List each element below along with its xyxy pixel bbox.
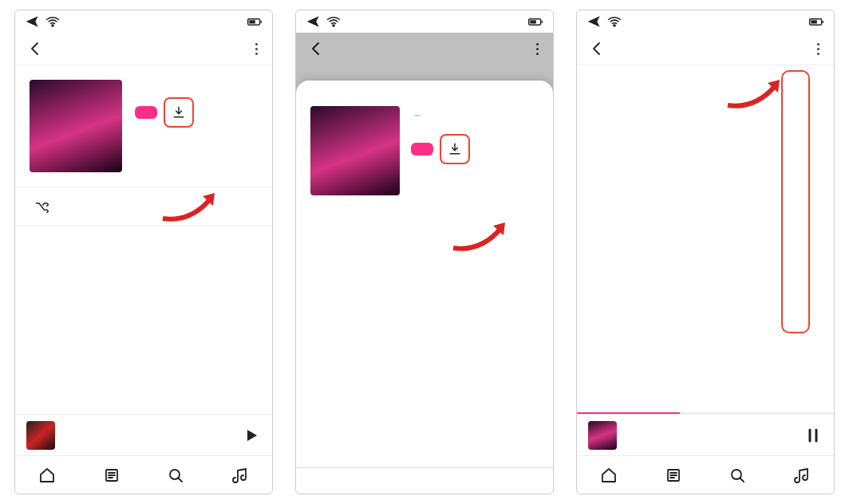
- tab-search[interactable]: [166, 466, 185, 485]
- track-cover: [310, 106, 400, 195]
- play-button[interactable]: [242, 426, 261, 445]
- close-button[interactable]: [296, 467, 553, 494]
- more-button[interactable]: [814, 40, 823, 58]
- add-button[interactable]: [411, 143, 433, 156]
- miniplayer[interactable]: [15, 414, 272, 455]
- screen-album-view: [14, 10, 273, 494]
- tab-music[interactable]: [231, 466, 250, 485]
- back-button: [307, 39, 326, 58]
- album-cover[interactable]: [30, 80, 122, 172]
- annotation-highlight: [781, 70, 810, 333]
- shuffle-icon: [34, 199, 50, 215]
- tab-search[interactable]: [728, 466, 747, 485]
- statusbar: [15, 10, 272, 33]
- statusbar: [296, 10, 553, 33]
- miniplayer[interactable]: [577, 414, 834, 455]
- tabbar: [15, 455, 272, 494]
- back-button[interactable]: [26, 39, 45, 58]
- wifi-icon: [606, 14, 622, 30]
- wifi-icon: [45, 14, 61, 30]
- airplane-icon: [586, 14, 602, 30]
- back-button[interactable]: [588, 39, 607, 58]
- airplane-icon: [306, 14, 322, 30]
- tab-library[interactable]: [664, 466, 683, 485]
- statusbar: [577, 10, 834, 33]
- download-icon: [171, 104, 187, 120]
- screen-downloads: [576, 10, 835, 494]
- miniplayer-cover: [26, 421, 55, 450]
- battery-icon: [247, 14, 263, 30]
- battery-icon: [527, 14, 543, 30]
- tab-home[interactable]: [599, 466, 618, 485]
- battery-icon: [808, 14, 824, 30]
- miniplayer-progress[interactable]: [577, 412, 834, 414]
- tab-music[interactable]: [792, 466, 811, 485]
- tabbar: [577, 455, 834, 494]
- shuffle-all[interactable]: [15, 187, 272, 226]
- tracklist-content: [577, 65, 834, 412]
- miniplayer-cover: [588, 421, 617, 450]
- download-track-button[interactable]: [440, 134, 470, 164]
- pause-button[interactable]: [804, 426, 823, 445]
- wifi-icon: [326, 14, 342, 30]
- album-content: [15, 65, 272, 414]
- more-button: [533, 40, 542, 58]
- tab-library[interactable]: [102, 466, 121, 485]
- download-icon: [447, 141, 463, 157]
- action-sheet: [296, 81, 553, 494]
- tab-home[interactable]: [38, 466, 57, 485]
- download-album-button[interactable]: [164, 97, 194, 128]
- explicit-badge: [414, 115, 421, 116]
- airplane-icon: [25, 14, 41, 30]
- screen-track-sheet: [295, 10, 554, 494]
- more-button[interactable]: [252, 40, 261, 58]
- add-button[interactable]: [135, 106, 157, 119]
- annotation-arrow: [724, 73, 786, 118]
